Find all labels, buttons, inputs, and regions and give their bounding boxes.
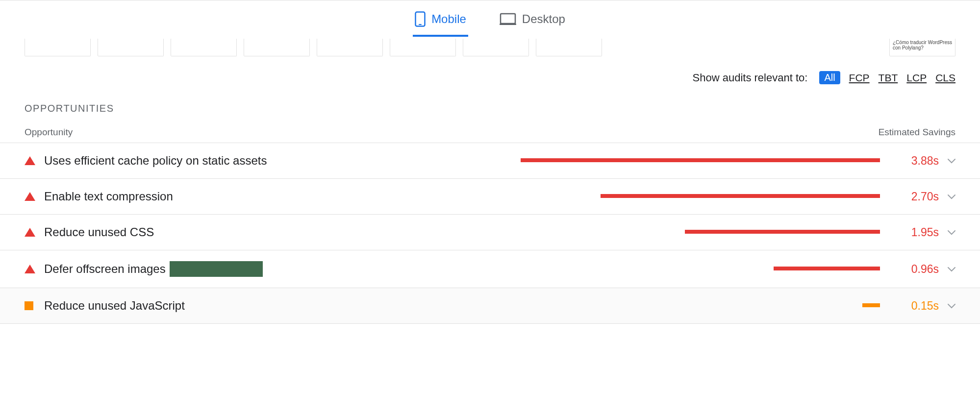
thumbnail: ¿Cómo traducir WordPress con Polylang? bbox=[889, 39, 955, 56]
triangle-fail-icon bbox=[25, 192, 35, 201]
opportunity-row[interactable]: Defer offscreen images0.96s bbox=[0, 250, 980, 288]
chevron-down-icon bbox=[939, 301, 955, 311]
column-estimated-savings: Estimated Savings bbox=[848, 127, 955, 138]
svg-rect-2 bbox=[501, 14, 515, 24]
filter-fcp[interactable]: FCP bbox=[849, 72, 870, 84]
mobile-icon bbox=[415, 11, 426, 27]
savings-bar-track bbox=[436, 158, 880, 163]
savings-bar-track bbox=[436, 194, 880, 199]
square-warn-icon bbox=[25, 301, 33, 310]
opportunities-table-header: Opportunity Estimated Savings bbox=[0, 120, 980, 143]
savings-bar-track bbox=[436, 267, 880, 271]
opportunity-row[interactable]: Reduce unused JavaScript0.15s bbox=[0, 288, 980, 323]
thumbnail bbox=[98, 39, 164, 56]
savings-value: 3.88s bbox=[880, 154, 939, 168]
filter-lcp[interactable]: LCP bbox=[906, 72, 927, 84]
thumbnail bbox=[317, 39, 383, 56]
triangle-fail-icon bbox=[25, 265, 35, 273]
thumbnail bbox=[171, 39, 237, 56]
opportunity-row[interactable]: Reduce unused CSS1.95s bbox=[0, 215, 980, 250]
redacted-block bbox=[170, 261, 263, 277]
tab-desktop[interactable]: Desktop bbox=[498, 3, 567, 36]
svg-rect-3 bbox=[500, 24, 516, 25]
filter-tbt[interactable]: TBT bbox=[879, 72, 898, 84]
savings-bar-track bbox=[436, 303, 880, 308]
savings-bar bbox=[774, 267, 880, 270]
savings-bar bbox=[521, 158, 880, 162]
thumbnail bbox=[25, 39, 91, 56]
thumbnail bbox=[463, 39, 529, 56]
filter-label: Show audits relevant to: bbox=[693, 72, 808, 84]
savings-value: 0.15s bbox=[880, 299, 939, 313]
opportunity-label: Uses efficient cache policy on static as… bbox=[44, 154, 436, 168]
chevron-down-icon bbox=[939, 264, 955, 274]
opportunity-label: Defer offscreen images bbox=[44, 261, 436, 277]
opportunity-label: Enable text compression bbox=[44, 190, 436, 203]
triangle-fail-icon bbox=[25, 156, 35, 165]
audit-filter-row: Show audits relevant to: All FCP TBT LCP… bbox=[0, 56, 980, 84]
savings-bar bbox=[862, 303, 880, 307]
chevron-down-icon bbox=[939, 156, 955, 166]
svg-rect-1 bbox=[419, 24, 422, 25]
savings-value: 2.70s bbox=[880, 190, 939, 203]
savings-bar-track bbox=[436, 230, 880, 235]
thumbnail bbox=[244, 39, 310, 56]
filter-all[interactable]: All bbox=[819, 71, 840, 84]
device-tabs: Mobile Desktop bbox=[0, 0, 980, 39]
tab-mobile[interactable]: Mobile bbox=[413, 2, 468, 37]
savings-bar bbox=[601, 194, 880, 198]
thumbnail bbox=[536, 39, 602, 56]
section-heading-opportunities: OPPORTUNITIES bbox=[0, 84, 980, 120]
opportunity-label: Reduce unused CSS bbox=[44, 225, 436, 239]
tab-mobile-label: Mobile bbox=[431, 12, 466, 26]
opportunity-row[interactable]: Enable text compression2.70s bbox=[0, 179, 980, 215]
triangle-fail-icon bbox=[25, 228, 35, 237]
desktop-icon bbox=[500, 13, 516, 25]
filter-cls[interactable]: CLS bbox=[935, 72, 955, 84]
thumbnail bbox=[390, 39, 456, 56]
opportunity-row[interactable]: Uses efficient cache policy on static as… bbox=[0, 143, 980, 179]
column-opportunity: Opportunity bbox=[25, 127, 848, 138]
opportunity-label: Reduce unused JavaScript bbox=[44, 299, 436, 313]
screenshot-thumbnails: ¿Cómo traducir WordPress con Polylang? bbox=[0, 39, 980, 56]
chevron-down-icon bbox=[939, 192, 955, 202]
savings-value: 1.95s bbox=[880, 226, 939, 239]
chevron-down-icon bbox=[939, 227, 955, 238]
tab-desktop-label: Desktop bbox=[522, 12, 565, 26]
opportunities-list: Uses efficient cache policy on static as… bbox=[0, 143, 980, 323]
savings-bar bbox=[685, 230, 880, 234]
savings-value: 0.96s bbox=[880, 263, 939, 276]
